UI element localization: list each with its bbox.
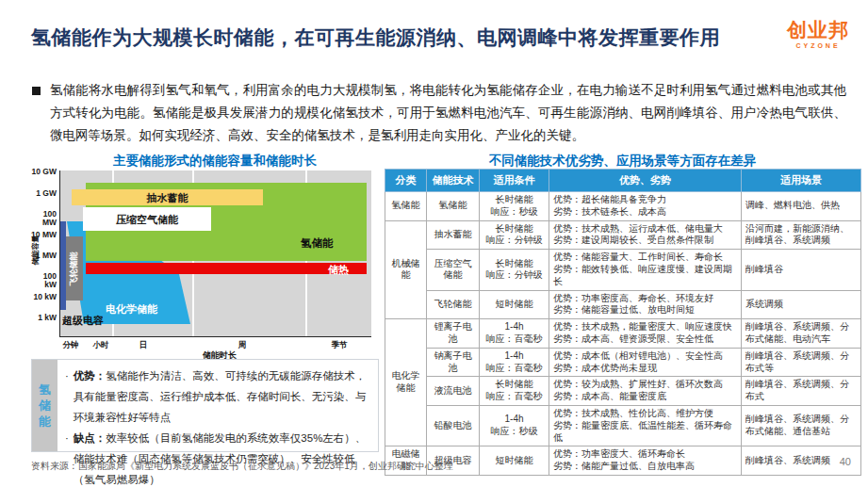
intro-text: 氢储能将水电解得到氢气和氧气，利用富余的电力大规模制氢，将电能转化为氢能储存企业… <box>50 79 846 147</box>
pros-cons-cell: 优势：储能容量大、工作时间长、寿命长劣势：能效转换低、响应速度慢、建设周期长 <box>549 250 742 290</box>
pros-text: 优势：氢储能作为清洁、高效、可持续的无碳能源存储技术，具有能量密度高、运行维护成… <box>74 365 370 428</box>
condition-cell: 1-4h响应：百毫秒 <box>480 348 549 377</box>
tech-cell: 液流电池 <box>427 377 480 406</box>
cons-label: 缺点： <box>74 432 106 444</box>
category-cell: 氢储能 <box>385 192 427 221</box>
tech-cell: 铅酸电池 <box>427 405 480 446</box>
x-tick: 季节 <box>319 340 360 351</box>
y-tick: 10 GW <box>31 168 57 176</box>
cons-text: 缺点：效率较低（目前氢储能发电的系统效率仅35%左右）、储能技术难（固态储氢等储… <box>74 428 370 487</box>
condition-cell: 长时储能响应：秒级 <box>480 192 549 221</box>
dot-bullet-icon: · <box>65 365 69 428</box>
dot-bullet-icon: · <box>65 428 69 487</box>
condition-cell: 1-4h响应：秒级 <box>480 405 549 446</box>
cons-body: 效率较低（目前氢储能发电的系统效率仅35%左右）、储能技术难（固态储氢等储氢技术… <box>74 432 367 485</box>
condition-cell: 长时储能响应：分钟级 <box>480 250 549 290</box>
header-pros-cons: 优势、劣势 <box>549 170 742 192</box>
thermal-bar <box>86 263 367 274</box>
logo-text: 创业邦 <box>781 19 855 41</box>
scenes-cell: 调峰、燃料电池、供热 <box>742 192 861 221</box>
condition-cell: 长时储能响应：分钟级 <box>480 220 549 250</box>
chart-title: 主要储能形式的储能容量和储能时长 <box>57 153 372 170</box>
pros-cons-cell: 优势：超长储能具备竞争力劣势：技术链条长、成本高 <box>549 192 742 221</box>
caes-label: 压缩空气储能 <box>83 213 211 227</box>
table-row: 飞轮储能 短时储能 优势：功率密度高、寿命长、环境友好劣势：储能容量过低、放电时… <box>385 290 861 319</box>
scenes-cell: 削峰填谷、系统调频、分布式储能、通信基站 <box>742 405 861 446</box>
table-header-row: 分类 储能技术 适用条件 优势、劣势 适用场景 <box>385 170 861 192</box>
pros-label: 优势： <box>74 370 106 381</box>
tech-cell: 钠离子电池 <box>427 348 480 377</box>
pros-cons-cell: 优势：技术成熟、性价比高、维护方便劣势：能量密度底、低温性能差、循环寿命低 <box>549 405 742 446</box>
hydrogen-box-content: · 优势：氢储能作为清洁、高效、可持续的无碳能源存储技术，具有能量密度高、运行维… <box>57 360 378 451</box>
table-row: 氢储能 氢储能 长时储能响应：秒级 优势：超长储能具备竞争力劣势：技术链条长、成… <box>385 192 861 221</box>
hydrogen-side-strip: 氢储能 <box>32 360 57 451</box>
scenes-cell: 削峰填谷、系统调频、分布式等 <box>742 348 861 377</box>
flywheel-label: 飞轮储能 <box>68 236 80 302</box>
cons-item: · 缺点：效率较低（目前氢储能发电的系统效率仅35%左右）、储能技术难（固态储氢… <box>65 428 370 487</box>
pros-cons-cell: 优势：技术成熟、运行成本低、储电量大劣势：建设周期较长、受自然条件限制 <box>549 220 742 250</box>
pros-cons-cell: 优势：成本低（相对锂电池）、安全性高劣势：成本优势尚未显现 <box>549 348 742 377</box>
bullet-square-icon <box>32 87 41 95</box>
condition-cell: 1-4h响应：百毫秒 <box>480 319 549 349</box>
table-row: 机械储能 抽水蓄能 长时储能响应：分钟级 优势：技术成熟、运行成本低、储电量大劣… <box>385 220 861 250</box>
scenes-cell: 削峰填谷、系统调频、分布式 <box>742 377 861 406</box>
tech-cell: 锂离子电池 <box>427 319 480 349</box>
condition-cell: 短时储能 <box>480 290 549 319</box>
y-tick: 1 GW <box>31 189 57 198</box>
tech-cell: 压缩空气储能 <box>427 250 480 290</box>
scenes-cell: 削峰填谷 <box>742 250 861 290</box>
storage-comparison-table: 分类 储能技术 适用条件 优势、劣势 适用场景 氢储能 氢储能 长时储能响应：秒… <box>385 169 861 476</box>
intro-paragraph: 氢储能将水电解得到氢气和氧气，利用富余的电力大规模制氢，将电能转化为氢能储存企业… <box>32 79 846 147</box>
scenes-cell: 削峰填谷、系统调频、分布式储能、电动汽车 <box>742 319 861 349</box>
chart-plot-area: 抽水蓄能 压缩空气储能 氢储能 储热 电化学储能 超级电容 飞轮储能 <box>59 170 371 337</box>
supercapacitor-bar <box>60 221 66 310</box>
source-note: 资料来源：国家能源局《新型电力系统发展蓝皮书（征求意见稿）》2023年1月，创业… <box>31 460 453 473</box>
pros-cons-cell: 优势：功率密度高、寿命长、环境友好劣势：储能容量过低、放电时间短 <box>549 290 742 319</box>
tech-cell: 飞轮储能 <box>427 290 480 319</box>
category-cell: 电化学储能 <box>385 319 427 446</box>
x-tick: 日 <box>123 340 164 351</box>
scenes-cell: 沿河而建，新能源消纳、削峰填谷、系统调频 <box>742 220 861 250</box>
table-row: 电化学储能 锂离子电池 1-4h响应：百毫秒 优势：技术成熟，能量密度大、响应速… <box>385 319 861 349</box>
table-row: 钠离子电池 1-4h响应：百毫秒 优势：成本低（相对锂电池）、安全性高劣势：成本… <box>385 348 861 377</box>
hydrogen-side-label: 氢储能 <box>38 381 52 430</box>
table-row: 液流电池 长时储能响应：百毫秒 优势：较为成熟、扩展性好、循环次数高劣势：成本高… <box>385 377 861 406</box>
header-condition: 适用条件 <box>480 170 549 192</box>
header-scenes: 适用场景 <box>742 170 861 192</box>
cyzone-logo: 创业邦 CYZONE <box>781 19 855 50</box>
pros-cons-cell: 优势：功率密度大、循环寿命长劣势：储能产量过低、自放电率高 <box>549 446 742 476</box>
scenes-cell: 系统调频 <box>742 290 861 319</box>
hydrogen-pros-cons-box: 氢储能 · 优势：氢储能作为清洁、高效、可持续的无碳能源存储技术，具有能量密度高… <box>31 359 379 452</box>
x-tick: 小时 <box>80 340 122 351</box>
y-tick: 1 kW <box>31 314 57 322</box>
condition-cell: 短时储能 <box>480 446 549 476</box>
tech-cell: 氢储能 <box>427 192 480 221</box>
pumped-hydro-label: 抽水蓄能 <box>72 191 263 205</box>
page-number: 40 <box>840 456 851 467</box>
hydrogen-label: 氢储能 <box>301 236 334 251</box>
thermal-label: 储热 <box>328 263 349 277</box>
page-title: 氢储能作为大规模长时储能，在可再生能源消纳、电网调峰中将发挥重要作用 <box>31 24 785 51</box>
supercapacitor-label: 超级电容 <box>62 314 104 328</box>
pros-body: 氢储能作为清洁、高效、可持续的无碳能源存储技术，具有能量密度高、运行维护成本低、… <box>74 370 367 423</box>
logo-subtext: CYZONE <box>781 41 855 50</box>
table-row: 压缩空气储能 长时储能响应：分钟级 优势：储能容量大、工作时间长、寿命长劣势：能… <box>385 250 861 290</box>
pros-cons-cell: 优势：较为成熟、扩展性好、循环次数高劣势：成本高、能量密度底 <box>549 377 742 406</box>
condition-cell: 长时储能响应：百毫秒 <box>480 377 549 406</box>
y-tick: 10 kW <box>31 293 57 301</box>
tech-cell: 抽水蓄能 <box>427 220 480 250</box>
table-row: 电磁储能 超级电容 短时储能 优势：功率密度大、循环寿命长劣势：储能产量过低、自… <box>385 446 861 476</box>
storage-capacity-chart: 主要储能形式的储能容量和储能时长 10 GW 1 GW 100 MW 10 MW… <box>31 151 382 362</box>
pros-item: · 优势：氢储能作为清洁、高效、可持续的无碳能源存储技术，具有能量密度高、运行维… <box>65 365 370 428</box>
table-title: 不同储能技术优劣势、应用场景等方面存在差异 <box>385 153 860 170</box>
category-cell: 机械储能 <box>385 220 427 319</box>
y-axis-label: 储能容量 <box>30 222 41 279</box>
header-tech: 储能技术 <box>427 170 480 192</box>
pros-cons-cell: 优势：技术成熟，能量密度大、响应速度快劣势：成本高、锂资源受限、安全性低 <box>549 319 742 349</box>
table-row: 铅酸电池 1-4h响应：秒级 优势：技术成熟、性价比高、维护方便劣势：能量密度底… <box>385 405 861 446</box>
header-category: 分类 <box>385 170 427 192</box>
electrochemical-label: 电化学储能 <box>106 302 157 317</box>
